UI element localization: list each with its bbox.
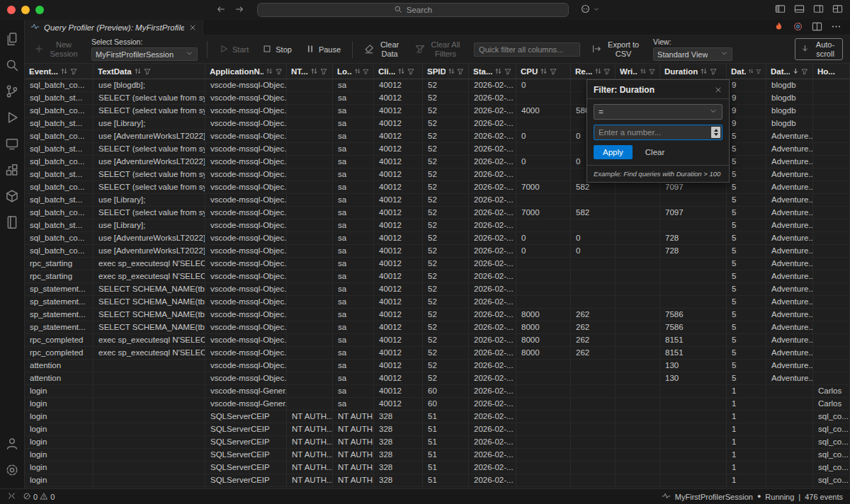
filter-funnel-icon[interactable] bbox=[604, 68, 611, 75]
filter-funnel-icon[interactable] bbox=[320, 68, 327, 75]
apply-button[interactable]: Apply bbox=[594, 145, 633, 159]
quick-filter-input[interactable] bbox=[474, 42, 580, 57]
profiler-flame-button[interactable] bbox=[774, 21, 784, 34]
copilot-menu[interactable] bbox=[580, 4, 600, 16]
table-row[interactable]: rpc_completedexec sp_executesql N'SELECT… bbox=[25, 347, 850, 360]
column-header-3[interactable]: NT... bbox=[287, 64, 333, 79]
source-control-button[interactable] bbox=[0, 79, 25, 105]
filter-funnel-icon[interactable] bbox=[144, 68, 151, 75]
clear-all-filters-button[interactable]: Clear All Filters bbox=[413, 39, 465, 60]
minimize-window-button[interactable] bbox=[21, 6, 30, 14]
split-editor-button[interactable] bbox=[812, 21, 822, 34]
filter-funnel-icon[interactable] bbox=[70, 68, 77, 75]
more-actions-button[interactable] bbox=[831, 21, 842, 34]
column-header-6[interactable]: SPID bbox=[423, 64, 469, 79]
column-header-12[interactable]: Dat... bbox=[727, 64, 766, 79]
filter-funnel-icon[interactable] bbox=[756, 68, 761, 75]
toggle-panel-button[interactable] bbox=[794, 4, 805, 16]
session-select[interactable]: MyFirstProfilerSession bbox=[91, 47, 198, 61]
spinner-up-icon[interactable] bbox=[714, 129, 718, 132]
table-row[interactable]: rpc_startingexec sp_executesql N'SELECT … bbox=[25, 258, 850, 270]
number-spinner[interactable] bbox=[711, 127, 720, 138]
customize-layout-button[interactable] bbox=[832, 4, 843, 16]
problems-status[interactable]: 0 0 bbox=[23, 492, 55, 502]
column-header-4[interactable]: Lo... bbox=[333, 64, 374, 79]
column-header-8[interactable]: CPU bbox=[516, 64, 571, 79]
filter-funnel-icon[interactable] bbox=[407, 68, 414, 75]
stop-button[interactable]: Stop bbox=[260, 42, 294, 57]
filter-funnel-icon[interactable] bbox=[710, 68, 717, 75]
table-row[interactable]: rpc_completedexec sp_executesql N'SELECT… bbox=[25, 334, 850, 347]
explorer-button[interactable] bbox=[0, 27, 25, 53]
table-row[interactable]: sql_batch_st...use [Library];vscode-mssq… bbox=[25, 194, 850, 207]
close-tab-icon[interactable] bbox=[188, 23, 197, 32]
filter-funnel-icon[interactable] bbox=[363, 68, 369, 75]
settings-gear-button[interactable] bbox=[0, 458, 25, 484]
spinner-down-icon[interactable] bbox=[714, 133, 718, 136]
column-header-9[interactable]: Re... bbox=[571, 64, 616, 79]
filter-funnel-icon[interactable] bbox=[649, 68, 655, 75]
table-row[interactable]: sp_statement...SELECT SCHEMA_NAME(tbl.sc… bbox=[25, 296, 850, 309]
table-row[interactable]: loginSQLServerCEIPNT AUTH...NT AUTH...32… bbox=[25, 462, 850, 474]
database-projects-button[interactable] bbox=[0, 184, 25, 210]
filter-funnel-icon[interactable] bbox=[457, 68, 464, 75]
tab-query-profiler[interactable]: Query Profiler (Preview): MyFirstProfile… bbox=[25, 20, 203, 35]
close-icon[interactable] bbox=[714, 86, 722, 94]
zoom-window-button[interactable] bbox=[35, 6, 44, 14]
column-header-5[interactable]: Cli... bbox=[374, 64, 423, 79]
filter-funnel-icon[interactable] bbox=[550, 68, 557, 75]
table-row[interactable]: rpc_startingexec sp_executesql N'SELECT … bbox=[25, 270, 850, 283]
table-row[interactable]: loginSQLServerCEIPNT AUTH...NT AUTH...32… bbox=[25, 423, 850, 436]
table-row[interactable]: sp_statement...SELECT SCHEMA_NAME(tbl.sc… bbox=[25, 283, 850, 296]
table-row[interactable]: attentionvscode-mssql-Objec...sa40012522… bbox=[25, 372, 850, 385]
command-center-search[interactable]: Search bbox=[257, 3, 569, 17]
table-row[interactable]: loginSQLServerCEIPNT AUTH...NT AUTH...32… bbox=[25, 411, 850, 423]
search-button[interactable] bbox=[0, 53, 25, 79]
toggle-primary-sidebar-button[interactable] bbox=[775, 4, 786, 16]
remote-explorer-button[interactable] bbox=[0, 132, 25, 158]
filter-funnel-icon[interactable] bbox=[276, 68, 282, 75]
table-row[interactable]: loginSQLServerCEIPNT AUTH...NT AUTH...32… bbox=[25, 449, 850, 462]
column-header-1[interactable]: TextData bbox=[94, 64, 205, 79]
table-row[interactable]: sql_batch_co...SELECT (select value from… bbox=[25, 207, 850, 219]
filter-funnel-icon[interactable] bbox=[801, 68, 808, 75]
table-row[interactable]: loginvscode-mssql-Gener...sa40012602026-… bbox=[25, 385, 850, 398]
forward-icon[interactable] bbox=[234, 4, 244, 16]
extension-gear-button[interactable] bbox=[793, 21, 803, 34]
column-header-13[interactable]: Dat... bbox=[766, 64, 813, 79]
column-header-0[interactable]: Event... bbox=[25, 64, 94, 79]
column-header-14[interactable]: Ho... bbox=[813, 64, 850, 79]
toggle-secondary-sidebar-button[interactable] bbox=[813, 4, 824, 16]
table-row[interactable]: attentionvscode-mssql-Objec...sa40012522… bbox=[25, 360, 850, 372]
table-row[interactable]: sql_batch_co...SELECT (select value from… bbox=[25, 181, 850, 194]
run-debug-button[interactable] bbox=[0, 105, 25, 132]
extensions-button[interactable] bbox=[0, 158, 25, 184]
start-button[interactable]: Start bbox=[217, 42, 251, 57]
account-button[interactable] bbox=[0, 432, 25, 458]
operator-select[interactable]: = bbox=[594, 104, 722, 120]
table-row[interactable]: sql_batch_co...use [AdventureWorksLT2022… bbox=[25, 232, 850, 245]
filter-funnel-icon[interactable] bbox=[504, 68, 511, 75]
column-header-10[interactable]: Wri... bbox=[616, 64, 660, 79]
filter-value-input[interactable] bbox=[594, 128, 710, 137]
clear-data-button[interactable]: Clear Data bbox=[362, 39, 404, 60]
table-row[interactable]: loginSQLServerCEIPNT AUTH...NT AUTH...32… bbox=[25, 474, 850, 487]
session-status[interactable]: MyFirstProfilerSession ● Running | 476 e… bbox=[662, 491, 843, 502]
table-row[interactable]: loginvscode-mssql-Gener...sa40012602026-… bbox=[25, 398, 850, 411]
clear-button[interactable]: Clear bbox=[640, 145, 670, 159]
table-row[interactable]: loginSQLServerCEIPNT AUTH...NT AUTH...32… bbox=[25, 436, 850, 449]
notebooks-button[interactable] bbox=[0, 210, 25, 236]
pause-button[interactable]: Pause bbox=[303, 42, 343, 57]
table-row[interactable]: sql_batch_co...use [AdventureWorksLT2022… bbox=[25, 245, 850, 258]
column-header-2[interactable]: ApplicationN... bbox=[205, 64, 287, 79]
table-row[interactable]: sql_batch_st...use [Library];vscode-mssq… bbox=[25, 219, 850, 232]
export-csv-button[interactable]: Export to CSV bbox=[589, 39, 644, 60]
remote-indicator[interactable] bbox=[7, 491, 16, 502]
back-icon[interactable] bbox=[216, 4, 226, 16]
close-window-button[interactable] bbox=[7, 6, 16, 14]
auto-scroll-button[interactable]: Auto-scroll bbox=[795, 38, 843, 61]
column-header-11[interactable]: Duration bbox=[660, 64, 727, 79]
column-header-7[interactable]: Sta... bbox=[469, 64, 516, 79]
table-row[interactable]: sp_statement...SELECT SCHEMA_NAME(tbl.sc… bbox=[25, 309, 850, 321]
view-select[interactable]: Standard View bbox=[653, 47, 732, 61]
